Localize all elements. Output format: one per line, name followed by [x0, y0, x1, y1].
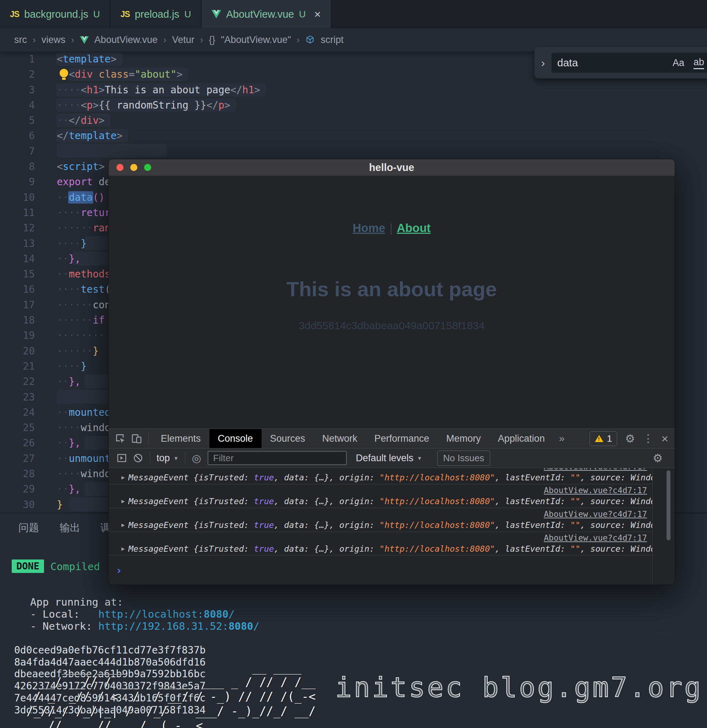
panel-tab-output[interactable]: 输出: [59, 521, 80, 535]
code-token: >: [176, 68, 182, 80]
done-badge: DONE: [12, 559, 44, 573]
source-link[interactable]: AboutView.vue?c4d7:17: [108, 486, 653, 495]
code-token: ····: [57, 360, 81, 372]
source-link[interactable]: AboutView.vue?c4d7:17: [108, 533, 653, 542]
tab-preload-js[interactable]: JS preload.js U: [110, 0, 202, 28]
warning-triangle-icon: !: [595, 435, 603, 442]
code-token: }: [57, 499, 63, 510]
window-content: Home|About This is an about page 3dd5581…: [108, 176, 675, 429]
divider: [185, 452, 185, 464]
breadcrumb-script[interactable]: script: [321, 35, 344, 45]
chevron-right-icon: ›: [297, 35, 300, 45]
hello-vue-window: hello-vue Home|About This is an about pa…: [108, 159, 675, 585]
console-sidebar-icon[interactable]: [114, 453, 130, 463]
expand-arrow-icon[interactable]: ▶: [121, 474, 129, 481]
breadcrumb-file[interactable]: AboutView.vue: [94, 35, 158, 45]
source-link[interactable]: AboutView.vue?c4d7:17: [108, 510, 653, 519]
match-case-icon[interactable]: Aa: [672, 58, 684, 68]
js-icon: JS: [10, 10, 19, 19]
code-token: test: [81, 283, 104, 295]
code-token: <: [57, 53, 63, 65]
source-link[interactable]: AboutView.vue?c4d7:17: [108, 468, 653, 471]
editor-tab-bar: JS background.js U JS preload.js U About…: [0, 0, 707, 28]
devtools-tab-network[interactable]: Network: [314, 429, 366, 448]
nav-link-home[interactable]: Home: [353, 221, 385, 234]
expand-arrow-icon[interactable]: ▶: [121, 545, 129, 552]
scrollbar-thumb[interactable]: [667, 471, 671, 540]
context-selector[interactable]: top▼: [154, 453, 181, 464]
code-token: ····: [57, 99, 81, 111]
code-token: ······: [57, 314, 93, 326]
log-levels-selector[interactable]: Default levels▼: [353, 453, 425, 464]
zoom-window-button[interactable]: [144, 164, 151, 171]
code-token: randomString: [117, 99, 188, 111]
about-page-heading: This is an about page: [108, 277, 675, 301]
code-token: h1: [87, 84, 99, 96]
devtools-tab-performance[interactable]: Performance: [366, 429, 438, 448]
tab-label: background.js: [24, 9, 88, 20]
watermark-ascii-art: ____ ____ __ ____ __/ __// / ___ ____ __…: [20, 660, 315, 728]
devtools-close-icon[interactable]: ×: [661, 432, 668, 445]
console-log-area[interactable]: AboutView.vue?c4d7:17 ▶MessageEvent {isT…: [108, 468, 653, 585]
lightbulb-icon[interactable]: [59, 69, 68, 77]
window-titlebar[interactable]: hello-vue: [108, 159, 675, 176]
breadcrumb-src[interactable]: src: [14, 35, 27, 45]
code-token: class: [93, 68, 129, 80]
close-icon[interactable]: ×: [314, 9, 321, 20]
device-toolbar-icon[interactable]: [129, 433, 145, 444]
app-nav: Home|About: [108, 221, 675, 235]
find-input[interactable]: data Aa ab: [552, 53, 707, 73]
breadcrumb-quoted-file[interactable]: "AboutView.vue": [221, 35, 291, 45]
console-filter-input[interactable]: Filter: [208, 451, 347, 465]
whole-word-icon[interactable]: ab: [694, 57, 704, 69]
code-line: 4····<p>{{ randomString }}</p>: [0, 98, 707, 113]
expand-arrow-icon[interactable]: ▶: [121, 498, 129, 504]
console-scrollbar[interactable]: [652, 468, 675, 585]
code-token: (): [93, 192, 105, 203]
divider: [150, 452, 150, 464]
nav-link-about[interactable]: About: [397, 221, 431, 234]
local-url-link[interactable]: http://localhost:8080/: [98, 608, 234, 620]
code-token: ··: [57, 453, 69, 464]
clear-console-icon[interactable]: [130, 453, 146, 463]
console-message-row: AboutView.vue?c4d7:17 ▶MessageEvent {isT…: [108, 468, 653, 484]
devtools-tab-console[interactable]: Console: [210, 429, 262, 448]
live-expression-icon[interactable]: ◎: [189, 452, 204, 464]
tab-aboutview-vue[interactable]: AboutView.vue U ×: [202, 0, 331, 28]
devtools-tab-application[interactable]: Application: [489, 429, 553, 448]
devtools-settings-icon[interactable]: ⚙: [625, 433, 635, 444]
devtools-menu-icon[interactable]: ⋮: [643, 433, 654, 444]
code-token: ······: [57, 222, 93, 234]
code-token: >: [93, 99, 99, 111]
vscode-screen: JS background.js U JS preload.js U About…: [0, 0, 707, 728]
console-prompt[interactable]: ›: [108, 557, 653, 576]
code-token: if: [93, 314, 105, 326]
random-string-value: 3dd55814c3dbabeaa049a007158f1834: [108, 320, 675, 332]
code-token: <: [57, 161, 63, 172]
warnings-badge[interactable]: !1: [590, 431, 617, 446]
find-widget: › data Aa ab: [535, 47, 707, 78]
network-url-link[interactable]: http://192.168.31.52:8080/: [98, 620, 259, 632]
devtools-tab-memory[interactable]: Memory: [438, 429, 489, 448]
panel-tab-problems[interactable]: 问题: [19, 521, 39, 535]
untracked-badge: U: [299, 9, 306, 20]
no-issues-button[interactable]: No Issues: [437, 451, 490, 466]
inspect-element-icon[interactable]: [112, 433, 129, 444]
braces-icon: {}: [209, 35, 215, 45]
expand-arrow-icon[interactable]: ▶: [121, 521, 129, 528]
code-token: ··: [57, 407, 69, 418]
more-tabs-icon[interactable]: »: [553, 433, 570, 444]
code-token: ····: [57, 207, 81, 218]
breadcrumb-vetur[interactable]: Vetur: [172, 35, 195, 45]
console-settings-icon[interactable]: ⚙: [653, 453, 663, 464]
code-token: =: [129, 68, 135, 80]
breadcrumb-views[interactable]: views: [42, 35, 66, 45]
find-expand-chevron-icon[interactable]: ›: [535, 56, 552, 69]
console-toolbar: top▼ ◎ Filter Default levels▼ No Issues …: [108, 448, 675, 468]
close-window-button[interactable]: [116, 164, 123, 171]
devtools-tab-sources[interactable]: Sources: [262, 429, 314, 448]
region-ghost: [57, 390, 110, 404]
tab-background-js[interactable]: JS background.js U: [0, 0, 110, 28]
devtools-tab-elements[interactable]: Elements: [152, 429, 210, 448]
minimize-window-button[interactable]: [130, 164, 137, 171]
